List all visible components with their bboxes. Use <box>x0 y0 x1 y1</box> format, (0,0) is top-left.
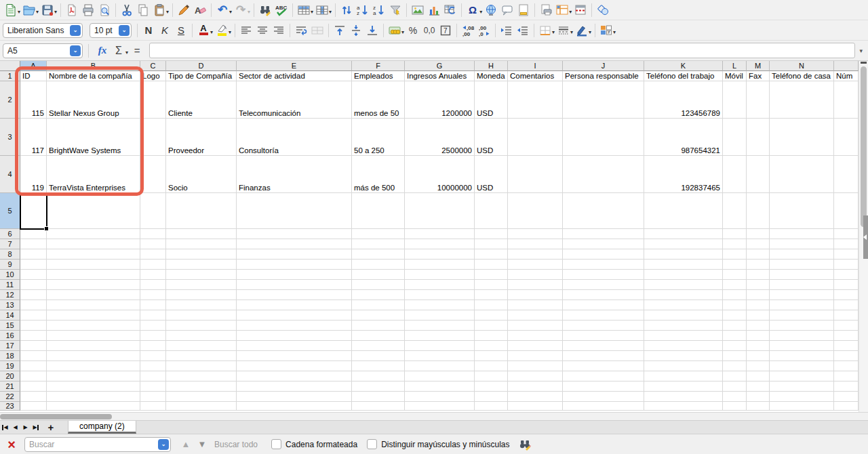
cell-I19[interactable] <box>508 361 563 371</box>
cell-A12[interactable] <box>20 290 47 300</box>
border-color-icon[interactable] <box>574 22 590 39</box>
cell-E9[interactable] <box>237 260 352 270</box>
cell-K23[interactable] <box>644 402 723 411</box>
cell-O1[interactable]: Núm <box>834 71 859 81</box>
borders-dropdown[interactable]: ▾ <box>552 29 555 35</box>
cell-O21[interactable] <box>834 381 859 392</box>
cell-F15[interactable] <box>352 321 405 331</box>
cell-F6[interactable] <box>352 229 405 239</box>
cell-E1[interactable]: Sector de actividad <box>237 71 352 81</box>
cell-E6[interactable] <box>237 229 352 239</box>
cell-K4[interactable]: 192837465 <box>644 156 723 193</box>
cell-G4[interactable]: 10000000 <box>405 156 475 193</box>
cell-I22[interactable] <box>508 392 563 402</box>
save-icon[interactable] <box>39 2 56 18</box>
cell-H15[interactable] <box>475 321 508 331</box>
cell-D16[interactable] <box>166 331 237 341</box>
split-window-icon[interactable] <box>572 2 589 18</box>
sum-icon[interactable]: Σ <box>111 43 127 59</box>
row-header-7[interactable]: 7 <box>0 239 20 249</box>
cell-B5[interactable] <box>47 193 140 229</box>
row-header-3[interactable]: 3 <box>0 119 20 156</box>
cell-H17[interactable] <box>475 341 508 351</box>
cell-O5[interactable] <box>834 193 859 229</box>
cell-I13[interactable] <box>508 300 563 310</box>
print-icon[interactable] <box>80 2 96 18</box>
new-spreadsheet-icon[interactable] <box>3 2 19 18</box>
close-find-bar-icon[interactable]: × <box>4 438 19 451</box>
cell-N20[interactable] <box>770 371 834 381</box>
horizontal-scrollbar-thumb[interactable] <box>0 414 112 419</box>
cell-O9[interactable] <box>834 260 859 270</box>
cell-F1[interactable]: Empleados <box>352 71 405 81</box>
cell-N22[interactable] <box>770 392 834 402</box>
cell-B7[interactable] <box>47 239 140 249</box>
cell-E16[interactable] <box>237 331 352 341</box>
currency-dropdown[interactable]: ▾ <box>401 29 404 35</box>
cell-K21[interactable] <box>644 381 723 392</box>
row-header-22[interactable]: 22 <box>0 392 20 402</box>
cell-K9[interactable] <box>644 260 723 270</box>
cell-O12[interactable] <box>834 290 859 300</box>
special-character-icon[interactable]: Ω <box>465 2 481 18</box>
export-pdf-icon[interactable] <box>64 2 80 18</box>
cell-K16[interactable] <box>644 331 723 341</box>
sum-dropdown[interactable]: ▾ <box>125 49 128 56</box>
cell-L18[interactable] <box>723 351 747 361</box>
cell-J16[interactable] <box>563 331 644 341</box>
cell-G5[interactable] <box>405 193 475 229</box>
cell-M22[interactable] <box>747 392 770 402</box>
cell-C8[interactable] <box>140 249 166 260</box>
sidebar-toggle[interactable] <box>863 215 868 259</box>
font-size-combo[interactable]: 10 pt⌄ <box>90 23 132 38</box>
cell-O15[interactable] <box>834 321 859 331</box>
cell-C21[interactable] <box>140 381 166 392</box>
font-size-dropdown[interactable]: ⌄ <box>119 25 130 36</box>
cell-H6[interactable] <box>475 229 508 239</box>
conditional-formatting-dropdown[interactable]: ▾ <box>613 29 616 35</box>
cell-D5[interactable] <box>166 193 237 229</box>
cell-M12[interactable] <box>747 290 770 300</box>
cell-F14[interactable] <box>352 310 405 321</box>
cell-B4[interactable]: TerraVista Enterprises <box>47 156 140 193</box>
sort-descending-icon[interactable]: za <box>371 2 387 18</box>
horizontal-scrollbar[interactable] <box>0 412 868 420</box>
cell-J22[interactable] <box>563 392 644 402</box>
cell-B6[interactable] <box>47 229 140 239</box>
cell-H7[interactable] <box>475 239 508 249</box>
print-area-icon[interactable] <box>538 2 554 18</box>
cell-M21[interactable] <box>747 381 770 392</box>
cell-K3[interactable]: 987654321 <box>644 119 723 156</box>
cell-F10[interactable] <box>352 270 405 280</box>
split-handle[interactable] <box>861 62 867 64</box>
cell-B13[interactable] <box>47 300 140 310</box>
cell-A11[interactable] <box>20 280 47 290</box>
cell-D8[interactable] <box>166 249 237 260</box>
cell-D4[interactable]: Socio <box>166 156 237 193</box>
insert-rows-icon[interactable] <box>296 2 312 18</box>
cell-G2[interactable]: 1200000 <box>405 81 475 119</box>
cell-H4[interactable]: USD <box>475 156 508 193</box>
cell-N3[interactable] <box>770 119 834 156</box>
autofilter-icon[interactable] <box>387 2 403 18</box>
cell-E7[interactable] <box>237 239 352 249</box>
percent-format-icon[interactable]: % <box>405 22 421 39</box>
spelling-icon[interactable]: ABC <box>273 2 290 18</box>
row-header-19[interactable]: 19 <box>0 361 20 371</box>
cell-H11[interactable] <box>475 280 508 290</box>
cell-M18[interactable] <box>747 351 770 361</box>
cell-L3[interactable] <box>723 119 747 156</box>
cell-M10[interactable] <box>747 270 770 280</box>
cell-D10[interactable] <box>166 270 237 280</box>
borders-icon[interactable] <box>537 22 553 39</box>
cell-J15[interactable] <box>563 321 644 331</box>
cell-O8[interactable] <box>834 249 859 260</box>
clear-formatting-icon[interactable]: A <box>192 2 208 18</box>
cut-icon[interactable] <box>119 2 135 18</box>
cell-J23[interactable] <box>563 402 644 411</box>
cell-E23[interactable] <box>237 402 352 411</box>
column-header-B[interactable]: B <box>47 61 140 71</box>
cell-L20[interactable] <box>723 371 747 381</box>
cell-E15[interactable] <box>237 321 352 331</box>
row-header-9[interactable]: 9 <box>0 260 20 270</box>
